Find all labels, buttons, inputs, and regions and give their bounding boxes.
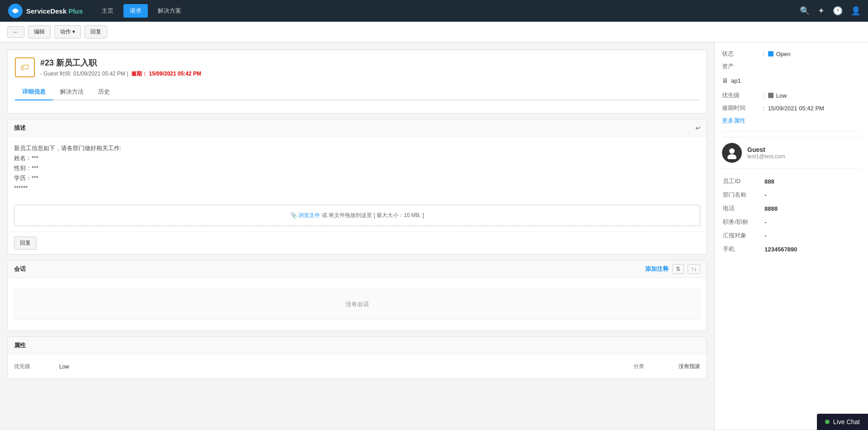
properties-body: 优先级 Low 分类 没有指派 xyxy=(8,354,707,378)
nav-home[interactable]: 主页 xyxy=(95,4,120,18)
empid-label: 员工ID xyxy=(723,175,764,188)
edit-button[interactable]: 编辑 xyxy=(28,25,51,38)
category-value: 没有指派 xyxy=(679,363,700,370)
logo-text: ServiceDesk Plus xyxy=(26,7,83,15)
conversation-actions: 添加注释 ⇅ ↑↓ xyxy=(645,264,700,274)
asset-label-row: 资产 xyxy=(722,62,861,71)
svg-point-1 xyxy=(13,9,18,13)
conversation-empty: 没有会话 xyxy=(14,289,700,320)
logo: ServiceDesk Plus xyxy=(7,3,83,19)
user-details-table: 员工ID 888 部门名称 - 电话 8888 职务/职称 - 汇报对象 - 手… xyxy=(722,174,861,256)
title-value: - xyxy=(764,216,860,228)
category-label: 分类 xyxy=(633,363,670,370)
priority-value: Low xyxy=(59,364,69,370)
divider-1 xyxy=(722,131,861,132)
status-dot xyxy=(768,51,774,57)
svg-point-2 xyxy=(729,148,735,154)
conversation-header: 会话 添加注释 ⇅ ↑↓ xyxy=(8,260,707,278)
empid-value: 888 xyxy=(764,175,860,188)
tab-solution[interactable]: 解决方法 xyxy=(53,84,91,100)
add-note-link[interactable]: 添加注释 xyxy=(645,265,669,273)
reply-toolbar-button[interactable]: 回复 xyxy=(85,25,107,38)
user-detail-row-dept: 部门名称 - xyxy=(723,189,860,201)
asset-name: ap1 xyxy=(731,77,741,84)
sort-arrows-button[interactable]: ↑↓ xyxy=(688,264,700,274)
properties-header: 属性 xyxy=(8,337,707,354)
back-button[interactable]: ← xyxy=(7,26,24,38)
ticket-title: #23 新员工入职 xyxy=(40,57,201,68)
status-label: 状态 xyxy=(722,50,763,58)
reply-button[interactable]: 回复 xyxy=(14,236,37,250)
ticket-icon: 🏷 xyxy=(15,57,35,77)
upload-area[interactable]: 📎 浏览文件 或 将文件拖放到这里 [ 最大大小：10 MB. ] xyxy=(14,205,700,226)
search-icon[interactable]: 🔍 xyxy=(800,6,810,16)
dept-value: - xyxy=(764,189,860,201)
mobile-value: 1234567890 xyxy=(764,243,860,255)
description-header: 描述 ↩ xyxy=(8,119,707,137)
priority-rp-label: 优先级 xyxy=(722,91,763,99)
tab-details[interactable]: 详细信息 xyxy=(15,84,53,100)
priority-rp-value: Low xyxy=(768,92,787,99)
reports-value: - xyxy=(764,229,860,242)
ticket-header-card: 🏷 #23 新员工入职 - Guest 时间 01/09/2021 05:42 … xyxy=(7,50,707,113)
overdue-rp-value: 15/09/2021 05:42 PM xyxy=(768,105,824,112)
more-attrs-link[interactable]: 更多属性 xyxy=(722,117,745,124)
description-section: 描述 ↩ 新员工信息如下，请各部门做好相关工作: 姓名：*** 性别：*** 学… xyxy=(7,119,707,255)
properties-section: 属性 优先级 Low 分类 没有指派 xyxy=(7,336,707,379)
phone-label: 电话 xyxy=(723,202,764,215)
user-email: test1@test.com xyxy=(747,153,785,160)
main-layout: 🏷 #23 新员工入职 - Guest 时间 01/09/2021 05:42 … xyxy=(0,43,868,429)
actions-button[interactable]: 动作 ▾ xyxy=(54,25,81,38)
monitor-icon: 🖥 xyxy=(722,77,728,84)
conversation-title: 会话 xyxy=(14,265,26,273)
user-detail-row-reports: 汇报对象 - xyxy=(723,229,860,242)
overdue-time: 15/09/2021 05:42 PM xyxy=(149,71,201,77)
nav-requests[interactable]: 请求 xyxy=(123,4,148,18)
nav-solutions[interactable]: 解决方案 xyxy=(151,4,188,18)
overdue-rp-label: 逾期时间 xyxy=(722,104,763,112)
content-area: 🏷 #23 新员工入职 - Guest 时间 01/09/2021 05:42 … xyxy=(0,43,714,429)
mobile-label: 手机 xyxy=(723,243,764,255)
svg-point-3 xyxy=(727,154,736,159)
right-panel: 状态 : Open 资产 🖥 ap1 优先级 : Low xyxy=(714,43,868,429)
ticket-tabs: 详细信息 解决方法 历史 xyxy=(15,84,699,100)
user-info: Guest test1@test.com xyxy=(747,146,785,160)
user-detail-row-title: 职务/职称 - xyxy=(723,216,860,228)
priority-dot xyxy=(768,93,774,98)
live-chat-label: Live Chat xyxy=(833,418,860,425)
description-reply-icon[interactable]: ↩ xyxy=(695,125,700,132)
live-chat-dot xyxy=(825,420,830,424)
asset-item: 🖥 ap1 xyxy=(722,75,861,86)
reports-label: 汇报对象 xyxy=(723,229,764,242)
top-nav: ServiceDesk Plus 主页 请求 解决方案 🔍 ✦ 🕐 👤 xyxy=(0,0,868,22)
toolbar: ← 编辑 动作 ▾ 回复 xyxy=(0,22,868,43)
description-body: 新员工信息如下，请各部门做好相关工作: 姓名：*** 性别：*** 学历：***… xyxy=(8,137,707,199)
user-detail-row-mobile: 手机 1234567890 xyxy=(723,243,860,255)
prop-row-priority: 优先级 Low 分类 没有指派 xyxy=(14,361,700,372)
browse-files-link[interactable]: 浏览文件 xyxy=(298,212,320,218)
user-detail-row-phone: 电话 8888 xyxy=(723,202,860,215)
user-icon[interactable]: 👤 xyxy=(851,6,861,16)
user-card: Guest test1@test.com xyxy=(722,137,861,169)
description-text: 新员工信息如下，请各部门做好相关工作: 姓名：*** 性别：*** 学历：***… xyxy=(14,143,700,193)
ticket-meta: - Guest 时间 01/09/2021 05:42 PM | 逾期： 15/… xyxy=(40,70,201,78)
star-icon[interactable]: ✦ xyxy=(818,6,825,16)
conversation-body: 没有会话 xyxy=(8,278,707,331)
dept-label: 部门名称 xyxy=(723,189,764,201)
live-chat-button[interactable]: Live Chat xyxy=(817,414,868,429)
user-name: Guest xyxy=(747,146,785,153)
overdue-row: 逾期时间 : 15/09/2021 05:42 PM xyxy=(722,104,861,112)
sort-up-button[interactable]: ⇅ xyxy=(672,264,684,274)
priority-row: 优先级 : Low xyxy=(722,91,861,99)
tab-history[interactable]: 历史 xyxy=(91,84,117,100)
history-icon[interactable]: 🕐 xyxy=(833,6,843,16)
conversation-section: 会话 添加注释 ⇅ ↑↓ 没有会话 xyxy=(7,260,707,331)
asset-section: 资产 🖥 ap1 xyxy=(722,62,861,86)
status-row: 状态 : Open xyxy=(722,50,861,58)
reply-section: 回复 xyxy=(8,232,707,254)
asset-label: 资产 xyxy=(722,62,763,71)
status-value: Open xyxy=(768,51,791,57)
phone-value: 8888 xyxy=(764,202,860,215)
priority-label: 优先级 xyxy=(14,363,50,370)
user-avatar xyxy=(722,143,742,163)
